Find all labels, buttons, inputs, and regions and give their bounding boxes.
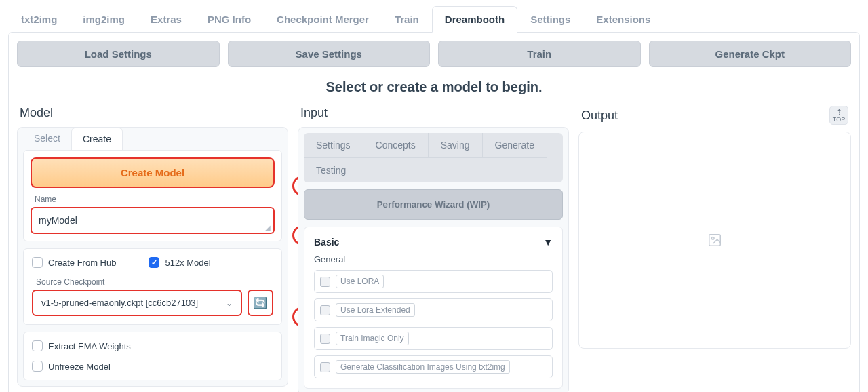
name-label: Name — [35, 195, 275, 204]
use-lora-option[interactable]: Use LORA — [314, 270, 553, 293]
input-title: Input — [298, 104, 569, 127]
refresh-icon: 🔄 — [254, 296, 267, 309]
svg-point-1 — [711, 237, 714, 239]
refresh-checkpoint-button[interactable]: 🔄 — [248, 290, 273, 316]
generate-ckpt-button[interactable]: Generate Ckpt — [649, 41, 852, 67]
tab-extras[interactable]: Extras — [138, 6, 195, 32]
model-title: Model — [17, 104, 288, 127]
input-subtab-settings[interactable]: Settings — [304, 133, 363, 158]
scroll-top-button[interactable]: ⇡ TOP — [829, 106, 848, 125]
tab-img2img[interactable]: img2img — [70, 6, 138, 32]
save-settings-button[interactable]: Save Settings — [228, 41, 431, 67]
input-subtab-concepts[interactable]: Concepts — [363, 133, 429, 158]
use-lora-extended-option[interactable]: Use Lora Extended — [314, 298, 553, 321]
banner-text: Select or create a model to begin. — [9, 75, 859, 104]
512x-model-checkbox[interactable]: ✓512x Model — [149, 257, 210, 268]
basic-accordion-header[interactable]: Basic ▼ — [314, 234, 553, 254]
tab-dreambooth[interactable]: Dreambooth — [432, 6, 517, 33]
output-title: Output — [581, 109, 618, 123]
create-model-button[interactable]: Create Model — [31, 157, 275, 188]
input-subtab-generate[interactable]: Generate — [483, 133, 547, 158]
image-placeholder-icon — [707, 233, 722, 248]
create-from-hub-checkbox[interactable]: Create From Hub — [32, 257, 116, 268]
action-bar: Load Settings Save Settings Train Genera… — [9, 33, 859, 75]
general-label: General — [314, 254, 553, 264]
unfreeze-model-checkbox[interactable]: Unfreeze Model — [32, 361, 273, 372]
source-checkpoint-label: Source Checkpoint — [36, 277, 273, 287]
model-name-input[interactable] — [31, 207, 275, 234]
load-settings-button[interactable]: Load Settings — [17, 41, 220, 67]
train-imagic-only-option[interactable]: Train Imagic Only — [314, 327, 553, 350]
model-subtab-select[interactable]: Select — [23, 128, 71, 150]
output-preview — [578, 132, 851, 349]
input-subtab-testing[interactable]: Testing — [304, 158, 358, 182]
tab-checkpoint-merger[interactable]: Checkpoint Merger — [264, 6, 382, 32]
up-arrow-icon: ⇡ — [836, 109, 842, 116]
tab-train[interactable]: Train — [382, 6, 432, 32]
tab-txt2img[interactable]: txt2img — [8, 6, 70, 32]
top-tabs: txt2img img2img Extras PNG Info Checkpoi… — [0, 0, 868, 32]
chevron-down-icon: ⌄ — [226, 298, 233, 308]
train-button[interactable]: Train — [438, 41, 641, 67]
performance-wizard-button[interactable]: Performance Wizard (WIP) — [304, 189, 563, 220]
input-subtab-saving[interactable]: Saving — [429, 133, 483, 158]
source-checkpoint-select[interactable]: v1-5-pruned-emaonly.ckpt [cc6cb27103] ⌄ — [32, 290, 242, 316]
tab-settings[interactable]: Settings — [517, 6, 583, 32]
svg-rect-0 — [709, 235, 721, 246]
extract-ema-checkbox[interactable]: Extract EMA Weights — [32, 340, 273, 351]
tab-extensions[interactable]: Extensions — [583, 6, 663, 32]
tab-png-info[interactable]: PNG Info — [195, 6, 264, 32]
gen-classification-option[interactable]: Generate Classification Images Using txt… — [314, 355, 553, 378]
caret-down-icon: ▼ — [543, 237, 553, 248]
model-subtab-create[interactable]: Create — [71, 128, 123, 150]
main-panel: Load Settings Save Settings Train Genera… — [8, 32, 860, 392]
